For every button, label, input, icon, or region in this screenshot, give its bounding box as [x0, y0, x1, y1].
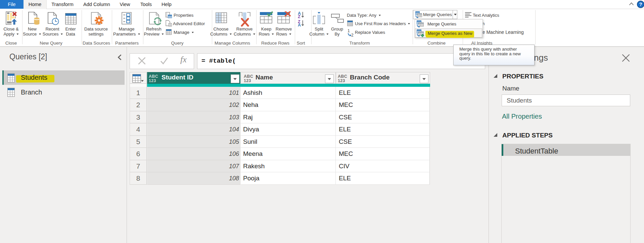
svg-text:2: 2 [351, 33, 354, 37]
svg-text:Z: Z [298, 14, 301, 19]
svg-text:1: 1 [348, 29, 350, 33]
svg-text:A: A [298, 23, 301, 27]
